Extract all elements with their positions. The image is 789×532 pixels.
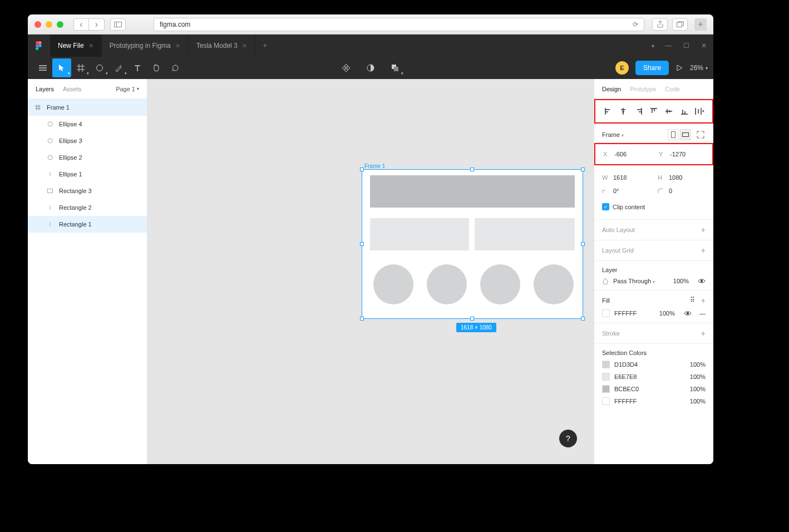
share-button[interactable]: Share [635,61,669,75]
opacity-input[interactable]: 100% [673,278,689,284]
fill-styles-button[interactable]: ⠿ [690,296,696,305]
orientation-landscape[interactable] [680,129,691,140]
resize-handle[interactable] [581,168,585,171]
align-right-icon[interactable] [634,106,644,116]
figma-logo-icon[interactable] [33,40,45,51]
canvas-ellipse[interactable] [427,264,467,304]
canvas-ellipse[interactable] [480,264,520,304]
layer-ellipse-1[interactable]: Ellipse 1 [28,166,147,183]
frame-type-selector[interactable]: Frame ▾ [602,131,624,138]
chevron-down-icon[interactable]: ▾ [652,43,654,49]
help-button[interactable]: ? [559,430,577,447]
fill-swatch[interactable] [602,309,610,317]
w-input[interactable]: 1618 [613,174,647,181]
close-icon[interactable]: ✕ [242,42,247,50]
close-icon[interactable]: ✕ [175,42,180,50]
canvas-rectangle[interactable] [475,218,575,250]
selected-frame[interactable] [362,169,583,319]
sidebar-toggle-button[interactable] [110,18,126,31]
window-maximize-button[interactable]: ☐ [682,42,690,50]
user-avatar[interactable]: E [615,61,629,75]
canvas-rectangle[interactable] [370,218,469,250]
code-tab[interactable]: Code [665,86,679,92]
forward-button[interactable]: › [89,18,105,31]
fill-visibility-toggle[interactable] [684,311,692,316]
canvas-ellipse[interactable] [373,264,413,304]
resize-handle[interactable] [360,168,364,171]
page-selector[interactable]: Page 1▾ [116,86,139,92]
frame-tool[interactable]: ▾ [71,58,90,77]
present-button[interactable] [675,64,683,72]
pen-tool[interactable]: ▾ [109,58,128,77]
color-swatch[interactable] [602,373,610,381]
layers-tab[interactable]: Layers [36,86,54,92]
components-button[interactable] [337,58,356,77]
close-window-button[interactable] [34,21,41,28]
layer-ellipse-4[interactable]: Ellipse 4 [28,116,147,132]
minimize-window-button[interactable] [46,21,52,28]
main-menu-button[interactable] [33,58,52,77]
remove-fill-button[interactable]: — [699,310,706,317]
distribute-icon[interactable]: ▾ [694,106,704,116]
mask-button[interactable] [361,58,380,77]
radius-input[interactable]: 0 [669,188,702,194]
fill-opacity-input[interactable]: 100% [659,310,675,317]
add-fill-button[interactable]: + [701,296,706,305]
add-tab-button[interactable]: + [255,42,275,50]
share-browser-button[interactable] [652,18,668,31]
resize-handle[interactable] [581,317,585,321]
figma-tab-2[interactable]: Tesla Model 3✕ [189,35,255,57]
resize-handle[interactable] [360,317,364,321]
layer-rect-3[interactable]: Rectangle 3 [28,183,147,199]
canvas-rectangle[interactable] [370,175,575,208]
add-layout-grid-button[interactable]: + [701,246,706,255]
boolean-button[interactable]: ▾ [386,58,405,77]
layer-ellipse-2[interactable]: Ellipse 2 [28,149,147,166]
align-bottom-icon[interactable] [679,106,689,116]
zoom-control[interactable]: 26%▾ [690,64,708,72]
color-swatch[interactable] [602,385,610,393]
resize-handle[interactable] [470,168,474,171]
align-left-icon[interactable] [603,106,613,116]
y-input[interactable]: -1270 [670,151,703,157]
add-auto-layout-button[interactable]: + [701,225,706,234]
h-input[interactable]: 1080 [669,174,702,181]
color-swatch[interactable] [602,361,610,368]
canvas[interactable]: Frame 1 1618 × 1080 ? [147,79,594,464]
hand-tool[interactable] [147,58,166,77]
maximize-window-button[interactable] [57,21,63,28]
x-input[interactable]: -606 [614,151,648,157]
move-tool[interactable]: ▾ [52,58,71,77]
align-top-icon[interactable] [649,106,659,116]
layer-rect-2[interactable]: Rectangle 2 [28,199,147,216]
url-bar[interactable]: figma.com ⟳ [154,18,644,31]
visibility-toggle[interactable] [698,278,706,284]
tabs-browser-button[interactable] [672,18,688,31]
window-minimize-button[interactable]: — [664,42,672,50]
canvas-ellipse[interactable] [534,264,574,304]
align-vcenter-icon[interactable] [664,106,674,116]
align-hcenter-icon[interactable] [618,106,628,116]
layer-rect-1[interactable]: Rectangle 1 [28,216,147,233]
layer-ellipse-3[interactable]: Ellipse 3 [28,132,147,149]
prototype-tab[interactable]: Prototype [630,86,656,92]
window-close-button[interactable]: ✕ [700,42,708,50]
fill-hex-input[interactable]: FFFFFF [614,310,637,317]
orientation-portrait[interactable] [668,129,679,140]
resize-handle[interactable] [581,242,585,246]
figma-tab-0[interactable]: New File✕ [50,35,102,57]
shape-tool[interactable]: ▾ [90,58,109,77]
resize-handle[interactable] [470,317,474,321]
assets-tab[interactable]: Assets [63,86,81,92]
comment-tool[interactable] [166,58,185,77]
clip-content-checkbox[interactable]: ✓ [602,203,609,210]
resize-to-fit-button[interactable] [696,130,706,140]
add-stroke-button[interactable]: + [701,329,706,338]
frame-label[interactable]: Frame 1 [364,163,385,169]
design-tab[interactable]: Design [602,86,621,92]
blend-mode-select[interactable]: Pass Through ▾ [613,278,655,284]
color-swatch[interactable] [602,397,610,405]
close-icon[interactable]: ✕ [88,42,93,50]
new-tab-button[interactable]: + [694,18,707,31]
reload-icon[interactable]: ⟳ [633,21,638,28]
